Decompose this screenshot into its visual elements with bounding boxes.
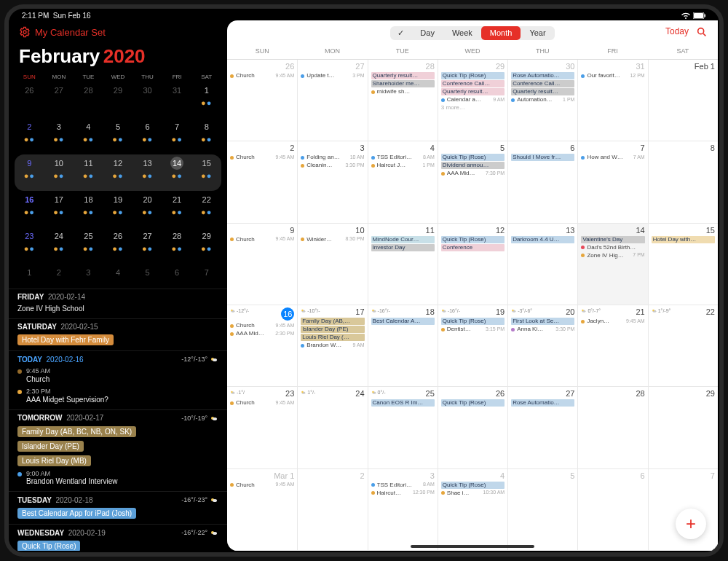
day-cell[interactable]: 9Church9:45 AM	[227, 224, 297, 305]
event-timed[interactable]: Haircut…12:30 PM	[371, 490, 435, 497]
event-allday[interactable]: Canon EOS R Im…	[371, 399, 435, 407]
view-segmented-control[interactable]: ✓DayWeekMonthYear	[390, 26, 554, 40]
event-allday[interactable]: Rose Automatio…	[511, 399, 574, 407]
mini-cal-day[interactable]: 26	[15, 82, 44, 118]
event-allday[interactable]: Islander Day (PE)	[301, 326, 364, 333]
day-cell[interactable]: 11MindNode Cour…Investor Day	[368, 224, 438, 305]
today-button[interactable]: Today	[665, 26, 689, 36]
mini-cal-day[interactable]: 26●●	[103, 227, 133, 264]
day-cell[interactable]: 2	[297, 469, 367, 550]
agenda-event[interactable]: 9:00 AMBrandon Wentland Interview	[17, 470, 218, 487]
mini-cal-day[interactable]: 18●●	[74, 191, 103, 227]
agenda-section[interactable]: SATURDAY 2020-02-15Hotel Day with Fehr F…	[9, 319, 227, 351]
event-allday[interactable]: Quarterly result…	[371, 72, 435, 79]
event-timed[interactable]: TSS Editori…8 AM	[371, 482, 435, 489]
agenda-event-pill[interactable]: Louis Riel Day (MB)	[17, 455, 91, 466]
mini-cal-day[interactable]: 29	[103, 82, 133, 118]
mini-cal-day[interactable]: 31	[162, 82, 192, 118]
agenda-section[interactable]: FRIDAY 2020-02-14Zone IV High School	[9, 289, 227, 319]
day-cell[interactable]: 0°/-7°21Jaclyn…9:45 AM	[577, 305, 647, 386]
day-cell[interactable]: -10°/-17Family Day (AB,…Islander Day (PE…	[297, 305, 367, 386]
event-more[interactable]: 3 more…	[441, 104, 505, 111]
mini-cal-day[interactable]: 20●●	[132, 191, 162, 227]
day-cell[interactable]: 29	[648, 387, 718, 468]
event-allday[interactable]: Valentine's Day	[581, 236, 644, 243]
mini-cal-day[interactable]: 15●●	[191, 154, 221, 191]
mini-cal-row[interactable]: 16●●17●●18●●19●●20●●21●●22●●	[15, 191, 221, 227]
agenda-event[interactable]: 9:45 AMChurch	[17, 367, 218, 384]
day-cell[interactable]: 0°/-25Canon EOS R Im…	[368, 387, 438, 468]
event-timed[interactable]: midwife sh…	[371, 88, 435, 95]
agenda-section[interactable]: TUESDAY 2020-02-18-16°/-23° Best Calenda…	[9, 492, 227, 525]
event-allday[interactable]: Quarterly result…	[441, 88, 505, 95]
event-allday[interactable]: Darkroom 4.4 U…	[511, 236, 574, 243]
mini-cal-day[interactable]: 27●●	[132, 227, 162, 264]
event-timed[interactable]: Church9:45 AM	[230, 399, 294, 407]
search-icon[interactable]	[696, 26, 708, 38]
event-timed[interactable]: Church9:45 AM	[230, 322, 294, 329]
mini-cal-day[interactable]: 4●●	[74, 118, 103, 154]
mini-cal-day[interactable]: 28	[74, 82, 103, 118]
calendar-set-label[interactable]: My Calendar Set	[35, 27, 106, 38]
agenda-list[interactable]: FRIDAY 2020-02-14Zone IV High SchoolSATU…	[9, 289, 227, 551]
seg-week[interactable]: Week	[443, 26, 481, 40]
day-cell[interactable]: -12°/-16Church9:45 AMAAA Mid…2:30 PM	[227, 305, 297, 386]
mini-cal-day[interactable]: 5	[132, 264, 162, 284]
mini-cal-day[interactable]: 24●●	[44, 227, 74, 264]
event-timed[interactable]: Automation…1 PM	[511, 96, 574, 103]
day-cell[interactable]: 26Quick Tip (Rose)	[438, 387, 507, 468]
day-cell[interactable]: 26Church9:45 AM	[227, 60, 297, 141]
mini-cal-day[interactable]: 27	[44, 82, 74, 118]
day-cell[interactable]: 5	[507, 469, 577, 550]
event-allday[interactable]: Quick Tip (Rose)	[441, 399, 505, 407]
event-allday[interactable]: Quick Tip (Rose)	[441, 236, 505, 243]
event-timed[interactable]: Cleanin…3:30 PM	[301, 162, 364, 169]
home-indicator[interactable]	[411, 545, 534, 548]
day-cell[interactable]: Mar 1Church9:45 AM	[227, 469, 297, 550]
event-timed[interactable]: Church9:45 AM	[230, 482, 294, 489]
agenda-section[interactable]: TODAY 2020-02-16-12°/-13° 9:45 AMChurch2…	[9, 351, 227, 410]
day-cell[interactable]: -3°/-6°20First Look at Se…Anna Ki…3:30 P…	[507, 305, 577, 386]
event-allday[interactable]: Investor Day	[371, 244, 435, 251]
mini-cal-day[interactable]: 21●●	[162, 191, 192, 227]
mini-cal-day[interactable]: 7	[191, 264, 221, 284]
day-cell[interactable]: 5Quick Tip (Rose)Dividend annou…AAA Mid……	[438, 141, 507, 222]
mini-cal-row[interactable]: 1234567	[15, 264, 221, 284]
day-cell[interactable]: 28Quarterly result…Shareholder me…midwif…	[368, 60, 438, 141]
event-allday[interactable]: Quick Tip (Rose)	[441, 154, 505, 161]
event-timed[interactable]: Folding an…10 AM	[301, 154, 364, 161]
mini-cal-day[interactable]: 14●●	[162, 154, 192, 191]
mini-cal-day[interactable]: 4	[103, 264, 133, 284]
event-timed[interactable]: Winkler…8:30 PM	[301, 236, 364, 243]
event-allday[interactable]: Louis Riel Day (…	[301, 334, 364, 341]
day-cell[interactable]: 6	[577, 469, 647, 550]
day-cell[interactable]: 4TSS Editori…8 AMHaircut J…1 PM	[368, 141, 438, 222]
event-timed[interactable]: Church9:45 AM	[230, 72, 294, 79]
day-cell[interactable]: 10Winkler…8:30 PM	[297, 224, 367, 305]
mini-cal-day[interactable]: 30	[132, 82, 162, 118]
event-timed[interactable]: Dentist…3:15 PM	[441, 326, 505, 333]
event-timed[interactable]: Zone IV Hig…7 PM	[581, 252, 644, 259]
day-cell[interactable]: 14Valentine's DayDad's 52nd Birth…Zone I…	[577, 224, 647, 305]
event-timed[interactable]: Dad's 52nd Birth…	[581, 244, 644, 251]
add-event-button[interactable]: +	[676, 509, 706, 539]
day-cell[interactable]: 6Should I Move fr…	[507, 141, 577, 222]
day-cell[interactable]: 7	[648, 469, 718, 550]
event-allday[interactable]: Conference Call…	[441, 80, 505, 87]
agenda-section[interactable]: TOMORROW 2020-02-17-10°/-19° Family Day …	[9, 410, 227, 493]
mini-cal-day[interactable]: 29●●	[191, 227, 221, 264]
event-timed[interactable]: TSS Editori…8 AM	[371, 154, 435, 161]
agenda-event-pill[interactable]: Islander Day (PE)	[17, 441, 84, 452]
agenda-event-pill[interactable]: Family Day (AB, BC, NB, ON, SK)	[17, 426, 136, 437]
event-allday[interactable]: Quick Tip (Rose)	[441, 482, 505, 489]
day-cell[interactable]: -16°/-18Best Calendar A…	[368, 305, 438, 386]
mini-cal-day[interactable]: 19●●	[103, 191, 133, 227]
mini-cal-day[interactable]: 13●●	[132, 154, 162, 191]
event-timed[interactable]: Anna Ki…3:30 PM	[511, 326, 574, 333]
mini-cal-day[interactable]: 2●●	[15, 118, 44, 154]
event-timed[interactable]: Brandon W…9 AM	[301, 342, 364, 349]
mini-cal-day[interactable]: 22●●	[191, 191, 221, 227]
day-cell[interactable]: 3TSS Editori…8 AMHaircut…12:30 PM	[368, 469, 438, 550]
event-timed[interactable]: AAA Mid…2:30 PM	[230, 330, 294, 337]
event-allday[interactable]: Should I Move fr…	[511, 154, 574, 161]
